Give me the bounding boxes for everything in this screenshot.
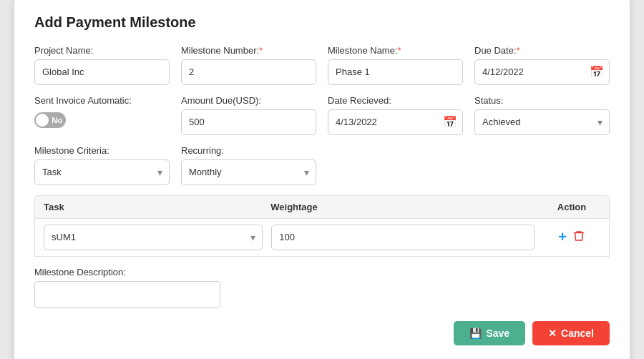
trash-icon (572, 230, 585, 242)
date-received-group: Date Recieved: 📅 (328, 95, 463, 135)
task-column-header: Task (44, 202, 270, 212)
cancel-button[interactable]: ✕ Cancel (532, 321, 610, 345)
cancel-icon: ✕ (548, 328, 557, 339)
recurring-select-wrapper: Monthly Weekly Yearly (181, 159, 316, 185)
status-select-wrapper: Achieved Pending Overdue (474, 109, 610, 135)
amount-due-label: Amount Due(USD): (181, 95, 316, 106)
milestone-criteria-select-wrapper: Task Percentage (34, 159, 170, 185)
amount-due-input[interactable] (181, 109, 316, 135)
milestone-criteria-group: Milestone Criteria: Task Percentage (34, 145, 170, 185)
action-buttons: + (543, 229, 600, 245)
date-received-wrapper: 📅 (328, 109, 463, 135)
milestone-name-input[interactable] (328, 59, 463, 85)
status-group: Status: Achieved Pending Overdue (474, 95, 610, 135)
recurring-label: Recurring: (181, 145, 316, 156)
sent-invoice-group: Sent Invoice Automatic: No (34, 95, 170, 128)
status-label: Status: (474, 95, 610, 106)
due-date-input[interactable] (474, 59, 610, 85)
footer-buttons: 💾 Save ✕ Cancel (34, 321, 610, 345)
toggle-knob (36, 114, 49, 127)
description-textarea[interactable] (34, 281, 220, 308)
weightage-input[interactable] (271, 225, 535, 250)
due-date-label: Due Date:* (474, 45, 610, 56)
action-column-header: Action (543, 202, 600, 212)
toggle-label: No (52, 116, 62, 124)
due-date-group: Due Date:* 📅 (474, 45, 610, 85)
modal-title: Add Payment Milestone (34, 14, 610, 31)
due-date-wrapper: 📅 (474, 59, 610, 85)
form-row-3: Milestone Criteria: Task Percentage Recu… (34, 145, 610, 185)
milestone-number-label: Milestone Number:* (181, 45, 316, 56)
amount-due-group: Amount Due(USD): (181, 95, 316, 135)
save-button[interactable]: 💾 Save (454, 321, 525, 345)
sent-invoice-label: Sent Invoice Automatic: (34, 95, 170, 106)
description-label: Milestone Description: (34, 267, 610, 277)
milestone-number-group: Milestone Number:* (181, 45, 316, 85)
task-select[interactable]: sUM1 sUM2 sUM3 (44, 225, 263, 250)
save-label: Save (486, 328, 509, 339)
delete-row-button[interactable] (572, 230, 585, 245)
recurring-select[interactable]: Monthly Weekly Yearly (181, 159, 316, 185)
add-payment-milestone-modal: Add Payment Milestone Project Name: Mile… (14, 0, 630, 359)
form-row-2: Sent Invoice Automatic: No Amount Due(US… (34, 95, 610, 135)
milestone-criteria-select[interactable]: Task Percentage (34, 159, 170, 185)
milestone-number-input[interactable] (181, 59, 316, 85)
milestone-name-group: Milestone Name:* (328, 45, 463, 85)
project-name-label: Project Name: (34, 45, 170, 56)
project-name-group: Project Name: (34, 45, 170, 85)
project-name-input[interactable] (34, 59, 170, 85)
table-row: sUM1 sUM2 sUM3 + (34, 219, 610, 257)
form-row-1: Project Name: Milestone Number:* Milesto… (34, 45, 610, 85)
milestone-name-label: Milestone Name:* (328, 45, 463, 56)
weightage-input-wrapper (271, 225, 535, 250)
milestone-criteria-label: Milestone Criteria: (34, 145, 170, 156)
date-received-input[interactable] (328, 109, 463, 135)
task-select-wrapper: sUM1 sUM2 sUM3 (44, 225, 263, 250)
weightage-column-header: Weightage (270, 202, 543, 212)
recurring-group: Recurring: Monthly Weekly Yearly (181, 145, 316, 185)
sent-invoice-toggle[interactable]: No (34, 112, 66, 128)
table-header: Task Weightage Action (34, 195, 610, 219)
description-section: Milestone Description: (34, 267, 610, 311)
status-select[interactable]: Achieved Pending Overdue (474, 109, 610, 135)
cancel-label: Cancel (561, 328, 594, 339)
save-icon: 💾 (469, 328, 482, 339)
task-table: Task Weightage Action sUM1 sUM2 sUM3 + (34, 195, 610, 257)
add-row-button[interactable]: + (558, 229, 567, 245)
date-received-label: Date Recieved: (328, 95, 463, 106)
toggle-wrap: No (34, 112, 170, 128)
